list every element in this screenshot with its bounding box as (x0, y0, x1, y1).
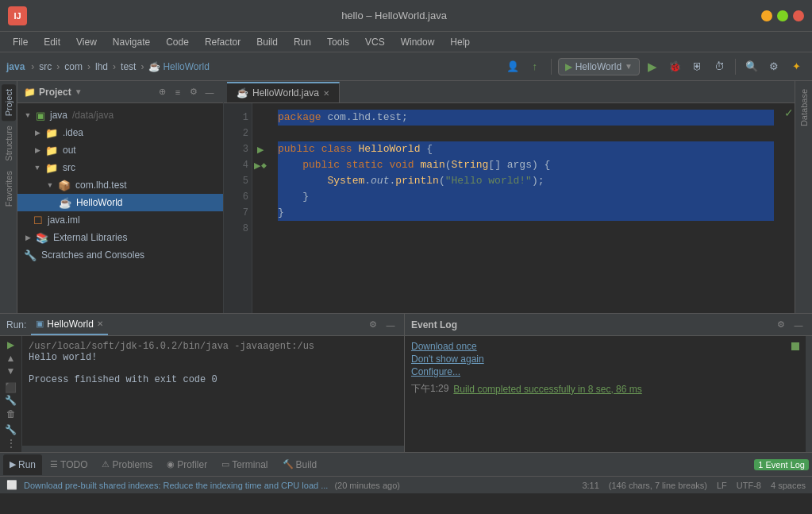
event-log-row-2: Don't show again (411, 354, 799, 365)
search-everywhere-button[interactable]: 🔍 (742, 57, 761, 76)
tree-item-helloworld[interactable]: ☕ HelloWorld (17, 194, 223, 211)
bottom-tab-todo[interactable]: ☰ TODO (44, 454, 94, 475)
bottom-tab-profiler[interactable]: ◉ Profiler (160, 454, 214, 475)
menu-vcs[interactable]: VCS (359, 35, 391, 49)
breadcrumb-com[interactable]: com (64, 61, 83, 72)
toolbar-separator-2 (735, 59, 736, 75)
project-minimize-button[interactable]: — (202, 85, 217, 99)
right-vtab-database[interactable]: Database (797, 84, 811, 131)
run-output-scroll: /usr/local/soft/jdk-16.0.2/bin/java -jav… (22, 336, 404, 452)
run-gutter-icon-3[interactable]: ▶ (257, 145, 264, 155)
event-log-row-3: Configure... (411, 366, 799, 377)
line-numbers: 1 2 3 4 5 6 7 8 (224, 103, 252, 313)
tree-item-ext-libs[interactable]: ▶ 📚 External Libraries (17, 229, 223, 246)
status-icon: ⬜ (6, 480, 17, 490)
run-gutter-icon-4[interactable]: ▶ (254, 160, 260, 171)
breadcrumb-file[interactable]: ☕HelloWorld (148, 61, 209, 72)
menu-build[interactable]: Build (250, 35, 284, 49)
project-collapse-button[interactable]: ≡ (171, 85, 185, 99)
bottom-tab-build[interactable]: 🔨 Build (276, 454, 324, 475)
run-tab-close-button[interactable]: ✕ (97, 319, 103, 328)
plugin-button[interactable]: ✦ (787, 57, 806, 76)
editor-tab-helloworld[interactable]: ☕ HelloWorld.java ✕ (227, 82, 340, 102)
run-horizontal-scrollbar[interactable] (22, 446, 404, 452)
menu-view[interactable]: View (70, 35, 103, 49)
debug-button[interactable]: 🐞 (665, 57, 684, 76)
run-button[interactable]: ▶ (643, 57, 662, 76)
project-sync-button[interactable]: ⊕ (155, 85, 169, 99)
maximize-button[interactable] (777, 10, 788, 21)
dont-show-link[interactable]: Don't show again (411, 354, 484, 365)
left-vtab-project[interactable]: Project (2, 84, 16, 121)
run-tab-helloworld[interactable]: ▣ HelloWorld ✕ (31, 315, 107, 335)
run-scroll-up-button[interactable]: ▲ (2, 353, 20, 365)
breadcrumb-lhd[interactable]: lhd (95, 61, 108, 72)
run-tool-pin[interactable]: 🔧 (2, 424, 20, 436)
tree-item-java[interactable]: ▼ ▣ java /data/java (17, 106, 223, 124)
menu-refactor[interactable]: Refactor (198, 35, 247, 49)
run-tool-clear[interactable]: 🗑 (2, 408, 20, 420)
run-settings-button[interactable]: ⚙ (366, 318, 380, 332)
run-restart-button[interactable]: ▶ (2, 339, 20, 351)
tree-item-src[interactable]: ▼ 📁 src (17, 159, 223, 176)
status-position[interactable]: 3:11 (582, 481, 598, 490)
profile-button[interactable]: 👤 (503, 57, 522, 76)
event-log-badge[interactable]: 1 Event Log (754, 459, 809, 470)
bottom-tab-terminal[interactable]: ▭ Terminal (215, 454, 274, 475)
bottom-tab-run[interactable]: ▶ Run (3, 454, 42, 475)
event-log-minimize-button[interactable]: — (791, 318, 806, 332)
status-indent[interactable]: 4 spaces (771, 481, 806, 490)
build-success-message[interactable]: Build completed successfully in 8 sec, 8… (453, 384, 641, 395)
editor-scrollbar[interactable]: ✓ (783, 103, 795, 313)
run-output-line-2: Hello world! (29, 352, 398, 363)
run-toolbar: ▶ ▲ ▼ ⬛ 🔧 🗑 🔧 ⋮ (0, 336, 22, 452)
project-gear-button[interactable]: ⚙ (187, 85, 201, 99)
menu-help[interactable]: Help (444, 35, 476, 49)
left-vtab-favorites[interactable]: Favorites (2, 166, 16, 211)
tree-item-out[interactable]: ▶ 📁 out (17, 141, 223, 159)
run-output-line-3 (29, 363, 398, 374)
code-editor[interactable]: package com.lhd.test; public class Hello… (268, 103, 783, 313)
tree-item-iml[interactable]: ☐ java.iml (17, 211, 223, 229)
configure-link[interactable]: Configure... (411, 366, 460, 377)
tree-item-package[interactable]: ▼ 📦 com.lhd.test (17, 176, 223, 194)
tab-close-button[interactable]: ✕ (323, 89, 329, 98)
event-log-settings-button[interactable]: ⚙ (774, 318, 788, 332)
status-line-ending[interactable]: LF (717, 481, 727, 490)
left-vertical-tabs: Project Structure Favorites (0, 81, 17, 313)
event-log-badge-label: Event Log (765, 460, 805, 470)
minimize-button[interactable] (761, 10, 772, 21)
breadcrumb-src[interactable]: src (39, 61, 52, 72)
menu-code[interactable]: Code (160, 35, 195, 49)
coverage-button[interactable]: ⛨ (687, 57, 706, 76)
run-scroll-down-button[interactable]: ▼ (2, 365, 20, 377)
run-tool-layout[interactable]: ⋮ (2, 438, 20, 450)
status-encoding[interactable]: UTF-8 (737, 481, 761, 490)
tree-item-idea[interactable]: ▶ 📁 .idea (17, 124, 223, 141)
build-tab-icon: 🔨 (283, 459, 294, 470)
download-once-link[interactable]: Download once (411, 341, 477, 352)
run-tool-wrench[interactable]: 🔧 (2, 395, 20, 407)
run-stop-button[interactable]: ⬛ (2, 382, 20, 394)
folder-icon-out: 📁 (45, 145, 58, 157)
menu-navigate[interactable]: Navigate (106, 35, 156, 49)
breadcrumb-test[interactable]: test (121, 61, 136, 72)
menu-run[interactable]: Run (287, 35, 317, 49)
run-panel: Run: ▣ HelloWorld ✕ ⚙ — ▶ ▲ ▼ ⬛ 🔧 🗑 🔧 ⋮ (0, 314, 405, 452)
bottom-tab-problems[interactable]: ⚠ Problems (95, 454, 159, 475)
run-configuration-selector[interactable]: ▶ HelloWorld ▼ (558, 58, 640, 75)
status-message[interactable]: Download pre-built shared indexes: Reduc… (24, 481, 328, 490)
vcs-update-button[interactable]: ↑ (525, 57, 545, 76)
profile-run-button[interactable]: ⏱ (710, 57, 729, 76)
status-right: 3:11 (146 chars, 7 line breaks) LF UTF-8… (582, 481, 806, 490)
tree-item-scratches[interactable]: 🔧 Scratches and Consoles (17, 246, 223, 264)
event-log-scrollbar[interactable] (806, 336, 812, 452)
settings-button[interactable]: ⚙ (764, 57, 783, 76)
close-button[interactable] (793, 10, 804, 21)
menu-tools[interactable]: Tools (321, 35, 356, 49)
run-minimize-button[interactable]: — (383, 318, 398, 332)
menu-edit[interactable]: Edit (37, 35, 67, 49)
menu-window[interactable]: Window (394, 35, 441, 49)
left-vtab-structure[interactable]: Structure (2, 121, 16, 166)
menu-file[interactable]: File (6, 35, 34, 49)
